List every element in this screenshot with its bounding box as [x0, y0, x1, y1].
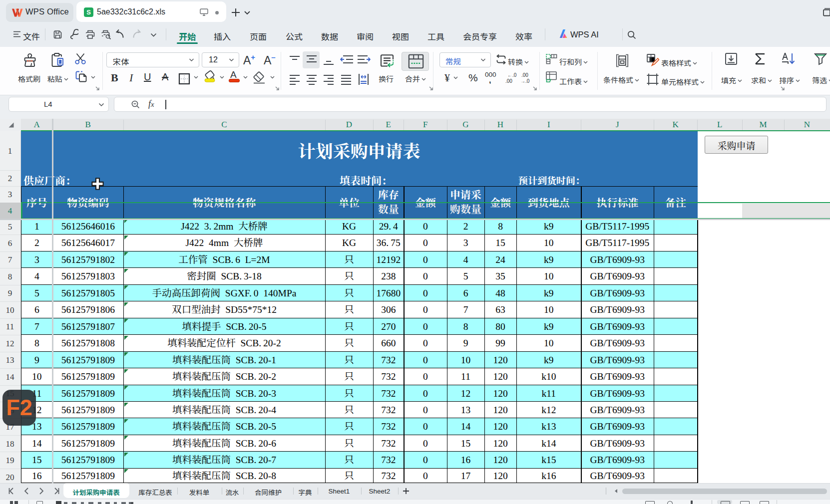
svg-text:.00: .00 — [505, 78, 512, 84]
svg-text:,: , — [489, 76, 491, 84]
svg-text:.00: .00 — [521, 72, 528, 78]
svg-text:←.0: ←.0 — [507, 72, 517, 78]
svg-text:→.0: →.0 — [520, 78, 530, 84]
